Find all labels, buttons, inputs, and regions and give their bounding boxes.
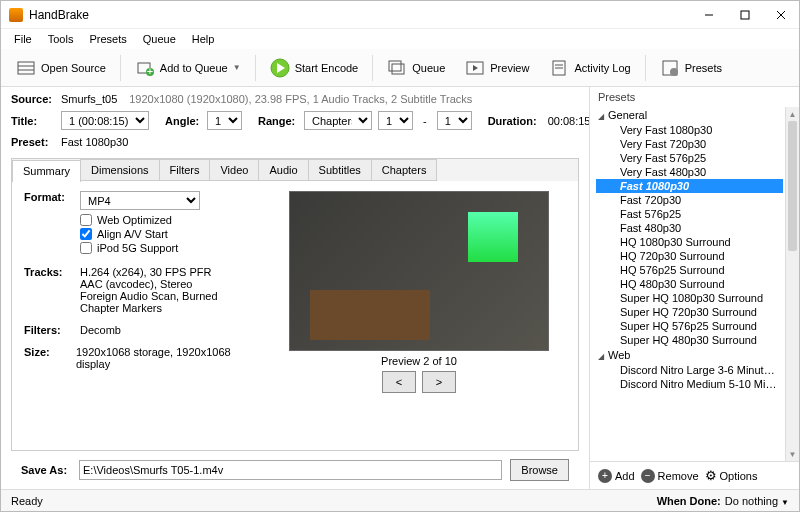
preset-item[interactable]: HQ 1080p30 Surround [596, 235, 783, 249]
dropdown-icon: ▼ [233, 63, 241, 72]
tracks-label: Tracks: [24, 266, 80, 314]
tab-body: Format: MP4 Web Optimized Align A/V Star… [12, 181, 578, 450]
preset-item[interactable]: HQ 576p25 Surround [596, 263, 783, 277]
tab-filters[interactable]: Filters [159, 159, 211, 181]
source-info: 1920x1080 (1920x1080), 23.98 FPS, 1 Audi… [129, 93, 472, 105]
preset-item[interactable]: Very Fast 720p30 [596, 137, 783, 151]
align-av-label: Align A/V Start [97, 228, 168, 240]
main-area: Source: Smurfs_t05 1920x1080 (1920x1080)… [1, 87, 799, 489]
preset-item[interactable]: Fast 576p25 [596, 207, 783, 221]
title-label: Title: [11, 115, 55, 127]
browse-button[interactable]: Browse [510, 459, 569, 481]
log-icon [549, 58, 569, 78]
menu-tools[interactable]: Tools [41, 31, 81, 47]
source-name: Smurfs_t05 [61, 93, 117, 105]
add-to-queue-button[interactable]: + Add to Queue ▼ [126, 53, 250, 83]
remove-preset-button[interactable]: −Remove [641, 469, 699, 483]
preset-item[interactable]: Fast 1080p30 [596, 179, 783, 193]
presets-panel: Presets GeneralVery Fast 1080p30Very Fas… [589, 87, 799, 489]
range-from-select[interactable]: 1 [378, 111, 413, 130]
start-encode-button[interactable]: Start Encode [261, 53, 368, 83]
add-preset-button[interactable]: +Add [598, 469, 635, 483]
preview-button[interactable]: Preview [456, 53, 538, 83]
close-button[interactable] [763, 1, 799, 29]
tab-chapters[interactable]: Chapters [371, 159, 438, 181]
preset-item[interactable]: Super HQ 576p25 Surround [596, 319, 783, 333]
menu-file[interactable]: File [7, 31, 39, 47]
tab-summary[interactable]: Summary [12, 160, 81, 182]
save-as-input[interactable] [79, 460, 502, 480]
range-type-select[interactable]: Chapters [304, 111, 372, 130]
scroll-thumb[interactable] [788, 121, 797, 251]
filters-field: Filters: Decomb [24, 324, 254, 336]
tab-audio[interactable]: Audio [258, 159, 308, 181]
svg-text:+: + [147, 65, 153, 77]
preset-item[interactable]: Super HQ 720p30 Surround [596, 305, 783, 319]
range-to-select[interactable]: 1 [437, 111, 472, 130]
web-optimized-checkbox[interactable] [80, 214, 92, 226]
scroll-up-icon[interactable]: ▲ [786, 107, 799, 121]
preset-item[interactable]: HQ 720p30 Surround [596, 249, 783, 263]
chevron-down-icon: ▼ [781, 498, 789, 507]
app-icon [9, 8, 23, 22]
menu-queue[interactable]: Queue [136, 31, 183, 47]
preset-label: Preset: [11, 136, 55, 148]
presets-button[interactable]: Presets [651, 53, 731, 83]
range-label: Range: [258, 115, 298, 127]
when-done-select[interactable]: Do nothing ▼ [725, 495, 789, 507]
preset-item[interactable]: Very Fast 1080p30 [596, 123, 783, 137]
preset-item[interactable]: Fast 720p30 [596, 193, 783, 207]
maximize-button[interactable] [727, 1, 763, 29]
title-select[interactable]: 1 (00:08:15) [61, 111, 149, 130]
menu-help[interactable]: Help [185, 31, 222, 47]
preview-label: Preview [490, 62, 529, 74]
source-row: Source: Smurfs_t05 1920x1080 (1920x1080)… [11, 93, 579, 105]
size-label: Size: [24, 346, 76, 370]
format-select[interactable]: MP4 [80, 191, 200, 210]
preset-item[interactable]: Discord Nitro Large 3-6 Minutes 1080p [596, 363, 783, 377]
presets-footer: +Add −Remove ⚙Options [590, 461, 799, 489]
play-icon [270, 58, 290, 78]
svg-rect-1 [741, 11, 749, 19]
scroll-down-icon[interactable]: ▼ [786, 447, 799, 461]
svg-point-20 [670, 68, 678, 76]
activity-log-button[interactable]: Activity Log [540, 53, 639, 83]
tab-dimensions[interactable]: Dimensions [80, 159, 159, 181]
preset-item[interactable]: Fast 480p30 [596, 221, 783, 235]
preset-group[interactable]: General [596, 107, 783, 123]
preset-list[interactable]: GeneralVery Fast 1080p30Very Fast 720p30… [590, 107, 785, 461]
format-label: Format: [24, 191, 80, 256]
queue-button[interactable]: Queue [378, 53, 454, 83]
preset-group[interactable]: Web [596, 347, 783, 363]
preview-prev-button[interactable]: < [382, 371, 416, 393]
align-av-checkbox[interactable] [80, 228, 92, 240]
add-queue-icon: + [135, 58, 155, 78]
tab-video[interactable]: Video [209, 159, 259, 181]
preset-item[interactable]: Super HQ 1080p30 Surround [596, 291, 783, 305]
menu-presets[interactable]: Presets [82, 31, 133, 47]
activity-log-label: Activity Log [574, 62, 630, 74]
preset-item[interactable]: Super HQ 480p30 Surround [596, 333, 783, 347]
angle-select[interactable]: 1 [207, 111, 242, 130]
preset-item[interactable]: HQ 480p30 Surround [596, 277, 783, 291]
ipod-checkbox[interactable] [80, 242, 92, 254]
plus-icon: + [598, 469, 612, 483]
queue-icon [387, 58, 407, 78]
preview-next-button[interactable]: > [422, 371, 456, 393]
separator [645, 55, 646, 81]
statusbar: Ready When Done: Do nothing ▼ [1, 489, 799, 511]
track-line: Foreign Audio Scan, Burned [80, 290, 218, 302]
toolbar: Open Source + Add to Queue ▼ Start Encod… [1, 49, 799, 87]
preset-scrollbar[interactable]: ▲ ▼ [785, 107, 799, 461]
options-preset-button[interactable]: ⚙Options [705, 468, 758, 483]
tab-subtitles[interactable]: Subtitles [308, 159, 372, 181]
preset-item[interactable]: Very Fast 576p25 [596, 151, 783, 165]
presets-header: Presets [590, 87, 799, 107]
preset-item[interactable]: Very Fast 480p30 [596, 165, 783, 179]
gear-icon: ⚙ [705, 468, 717, 483]
preset-item[interactable]: Discord Nitro Medium 5-10 Minutes 720p [596, 377, 783, 391]
open-source-button[interactable]: Open Source [7, 53, 115, 83]
separator [120, 55, 121, 81]
preview-nav: < > [382, 371, 456, 393]
minimize-button[interactable] [691, 1, 727, 29]
